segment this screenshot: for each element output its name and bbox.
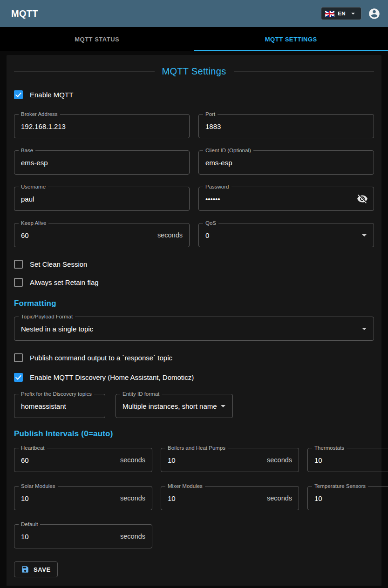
clean-session-row: Set Clean Session <box>14 258 374 270</box>
account-icon[interactable] <box>368 7 381 20</box>
visibility-off-icon[interactable] <box>357 193 368 204</box>
default-interval-field: Default seconds <box>14 524 152 548</box>
topic-format-select[interactable]: Topic/Payload Format Nested in a single … <box>14 317 374 341</box>
discovery-prefix-input[interactable] <box>14 394 105 418</box>
mqtt-settings-panel: MQTT Settings Enable MQTT Broker Address… <box>7 55 381 586</box>
username-input[interactable] <box>14 187 189 210</box>
solar-interval-input[interactable] <box>14 487 120 510</box>
heartbeat-field: Heartbeat seconds <box>14 448 152 472</box>
app-title: MQTT <box>11 8 38 19</box>
default-interval-label: Default <box>19 521 40 527</box>
connection-fields: Broker Address Port Base Client ID (Opti… <box>14 114 374 247</box>
base-field: Base <box>14 150 190 175</box>
base-label: Base <box>19 148 35 154</box>
client-id-field: Client ID (Optional) <box>198 150 374 175</box>
app-bar-actions: EN <box>321 7 381 20</box>
dropdown-arrow-icon <box>359 323 370 334</box>
discovery-options-row: Prefix for the Discovery topics Entity I… <box>14 394 374 418</box>
password-field: Password <box>198 187 374 211</box>
divider <box>234 71 374 72</box>
heartbeat-input[interactable] <box>14 448 120 472</box>
port-field: Port <box>198 114 374 138</box>
thermostats-interval-field: Thermostats seconds <box>307 448 388 472</box>
page-title-row: MQTT Settings <box>14 66 374 77</box>
mqtt-discovery-checkbox[interactable] <box>14 373 23 382</box>
boilers-interval-input[interactable] <box>161 448 267 472</box>
broker-address-input[interactable] <box>14 115 189 138</box>
client-id-input[interactable] <box>199 151 374 174</box>
save-button-label: SAVE <box>34 566 51 573</box>
password-input[interactable] <box>199 187 357 210</box>
broker-address-field: Broker Address <box>14 114 190 138</box>
mixer-interval-unit: seconds <box>267 494 299 502</box>
keep-alive-label: Keep Alive <box>19 220 48 226</box>
caret-down-icon <box>349 9 357 18</box>
tab-mqtt-settings[interactable]: MQTT SETTINGS <box>194 27 388 51</box>
mixer-interval-input[interactable] <box>161 487 267 510</box>
thermostats-interval-label: Thermostats <box>312 445 347 451</box>
dropdown-arrow-icon <box>359 230 370 241</box>
temperature-interval-field: Temperature Sensors seconds <box>307 486 388 510</box>
port-input[interactable] <box>199 115 374 138</box>
publish-intervals-grid: Heartbeat seconds Boilers and Heat Pumps… <box>14 448 374 548</box>
enable-mqtt-checkbox[interactable] <box>14 90 23 99</box>
keep-alive-input[interactable] <box>14 223 157 247</box>
qos-value: 0 <box>199 231 359 239</box>
retain-flag-checkbox[interactable] <box>14 278 23 287</box>
mixer-interval-field: Mixer Modules seconds <box>161 486 299 510</box>
qos-label: QoS <box>203 220 218 226</box>
publish-response-row: Publish command output to a `response` t… <box>14 352 374 363</box>
password-label: Password <box>203 184 231 190</box>
default-interval-input[interactable] <box>14 525 120 548</box>
uk-flag-icon <box>325 11 334 17</box>
broker-address-label: Broker Address <box>19 111 60 117</box>
solar-interval-unit: seconds <box>120 494 152 502</box>
page-title: MQTT Settings <box>162 66 226 77</box>
entity-id-format-label: Entity ID format <box>120 391 162 397</box>
clean-session-label: Set Clean Session <box>30 260 87 268</box>
base-input[interactable] <box>14 151 189 174</box>
retain-flag-row: Always set Retain flag <box>14 277 374 288</box>
publish-response-label: Publish command output to a `response` t… <box>30 354 172 362</box>
keep-alive-unit: seconds <box>157 231 189 239</box>
discovery-prefix-label: Prefix for the Discovery topics <box>19 391 94 397</box>
retain-flag-label: Always set Retain flag <box>30 278 99 286</box>
entity-id-format-select[interactable]: Entity ID format Multiple instances, sho… <box>116 394 233 418</box>
formatting-heading: Formatting <box>14 299 374 308</box>
language-label: EN <box>338 11 346 16</box>
boilers-interval-field: Boilers and Heat Pumps seconds <box>161 448 299 472</box>
temperature-interval-label: Temperature Sensors <box>312 483 368 489</box>
port-label: Port <box>203 111 218 117</box>
language-selector-button[interactable]: EN <box>321 7 361 20</box>
mqtt-discovery-row: Enable MQTT Discovery (Home Assistant, D… <box>14 372 374 383</box>
username-label: Username <box>19 184 48 190</box>
entity-id-format-value: Multiple instances, short name <box>116 402 218 410</box>
boilers-interval-label: Boilers and Heat Pumps <box>165 445 228 451</box>
enable-mqtt-label: Enable MQTT <box>30 91 73 99</box>
tab-bar: MQTT STATUS MQTT SETTINGS <box>0 27 388 51</box>
heartbeat-label: Heartbeat <box>19 445 47 451</box>
tab-mqtt-status[interactable]: MQTT STATUS <box>0 27 194 51</box>
boilers-interval-unit: seconds <box>267 456 299 464</box>
mqtt-discovery-label: Enable MQTT Discovery (Home Assistant, D… <box>30 373 194 381</box>
enable-mqtt-row: Enable MQTT <box>14 89 374 100</box>
qos-select[interactable]: QoS 0 <box>198 223 374 247</box>
solar-interval-field: Solar Modules seconds <box>14 486 152 510</box>
discovery-prefix-field: Prefix for the Discovery topics <box>14 394 105 418</box>
publish-intervals-heading: Publish Intervals (0=auto) <box>14 429 374 439</box>
clean-session-checkbox[interactable] <box>14 260 23 269</box>
topic-format-label: Topic/Payload Format <box>19 314 75 320</box>
default-interval-unit: seconds <box>120 533 152 540</box>
app-bar: MQTT EN <box>0 0 388 27</box>
thermostats-interval-input[interactable] <box>308 448 388 472</box>
save-button[interactable]: SAVE <box>14 561 58 577</box>
temperature-interval-input[interactable] <box>308 487 388 510</box>
dropdown-arrow-icon <box>218 400 229 412</box>
publish-response-checkbox[interactable] <box>14 353 23 362</box>
mixer-interval-label: Mixer Modules <box>165 483 205 489</box>
heartbeat-unit: seconds <box>120 456 152 464</box>
divider <box>14 71 155 72</box>
save-icon <box>21 565 29 574</box>
username-field: Username <box>14 187 190 211</box>
solar-interval-label: Solar Modules <box>19 483 58 489</box>
